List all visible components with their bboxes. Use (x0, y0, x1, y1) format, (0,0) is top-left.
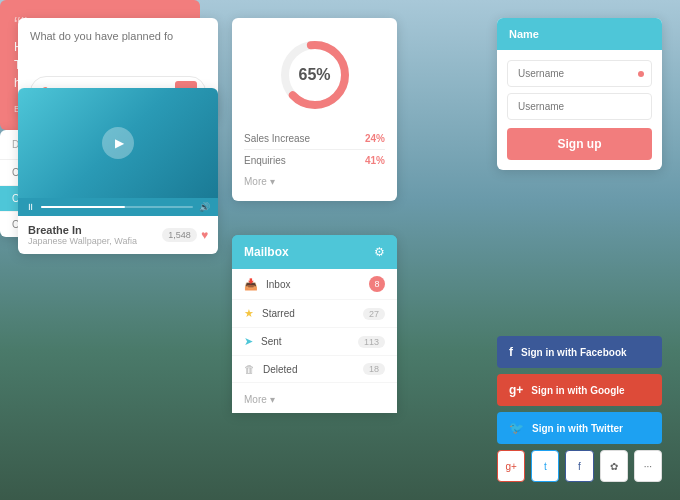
chart-area: 65% (244, 30, 385, 120)
mini-social-buttons: g+ t f ✿ ··· (497, 450, 662, 482)
inbox-icon: 📥 (244, 278, 258, 291)
star-icon: ★ (244, 307, 254, 320)
donut-label: 65% (298, 66, 330, 84)
mini-twitter-button[interactable]: t (531, 450, 559, 482)
sent-count: 113 (358, 336, 385, 348)
mail-item-inbox[interactable]: 📥 Inbox 8 (232, 269, 397, 300)
stat-val-enquiries: 41% (365, 155, 385, 166)
gear-icon[interactable]: ⚙ (374, 245, 385, 259)
twitter-label: Sign in with Twitter (532, 423, 623, 434)
video-meta: 1,548 ♥ (162, 228, 208, 242)
chart-more-link[interactable]: More ▾ (244, 176, 275, 187)
mailbox-more: More ▾ (232, 383, 397, 413)
post-input[interactable] (30, 30, 206, 66)
sent-icon: ➤ (244, 335, 253, 348)
progress-bar[interactable] (41, 206, 193, 208)
mailbox-body: 📥 Inbox 8 ★ Starred 27 ➤ Sent 113 (232, 269, 397, 383)
play-button[interactable] (102, 127, 134, 159)
google-icon: g+ (509, 383, 523, 397)
signup-name-bar: Name (497, 18, 662, 50)
mini-gplus-button[interactable]: g+ (497, 450, 525, 482)
video-card: ⏸ 🔊 Breathe In Japanese Wallpaper, Wafia… (18, 88, 218, 254)
signup-card: Name Sign up (497, 18, 662, 170)
required-dot (638, 71, 644, 77)
mailbox-card: Mailbox ⚙ 📥 Inbox 8 ★ Starred 27 ➤ (232, 235, 397, 413)
google-signin-button[interactable]: g+ Sign in with Google (497, 374, 662, 406)
mail-item-deleted[interactable]: 🗑 Deleted 18 (232, 356, 397, 383)
username-wrap (507, 60, 652, 87)
twitter-icon: 🐦 (509, 421, 524, 435)
starred-label: Starred (262, 308, 295, 319)
mini-facebook-button[interactable]: f (565, 450, 593, 482)
facebook-signin-button[interactable]: f Sign in with Facebook (497, 336, 662, 368)
stat-row: Sales Increase 24% (244, 128, 385, 150)
google-label: Sign in with Google (531, 385, 624, 396)
video-thumbnail (18, 88, 218, 198)
video-controls: ⏸ 🔊 (18, 198, 218, 216)
video-artist: Japanese Wallpaper, Wafia (28, 236, 137, 246)
video-title: Breathe In (28, 224, 137, 236)
sent-label: Sent (261, 336, 282, 347)
chart-stats: Sales Increase 24% Enquiries 41% (244, 128, 385, 171)
pause-icon[interactable]: ⏸ (26, 202, 35, 212)
password-wrap (507, 93, 652, 120)
mail-item-starred[interactable]: ★ Starred 27 (232, 300, 397, 328)
heart-icon[interactable]: ♥ (201, 228, 208, 242)
views-badge: 1,548 (162, 228, 197, 242)
social-login-card: f Sign in with Facebook g+ Sign in with … (497, 336, 662, 482)
mail-item-sent[interactable]: ➤ Sent 113 (232, 328, 397, 356)
video-info: Breathe In Japanese Wallpaper, Wafia 1,5… (18, 216, 218, 254)
username-input[interactable] (507, 60, 652, 87)
password-input[interactable] (507, 93, 652, 120)
stat-val-sales: 24% (365, 133, 385, 144)
mini-settings-button[interactable]: ✿ (600, 450, 628, 482)
stat-label-sales: Sales Increase (244, 133, 310, 144)
facebook-label: Sign in with Facebook (521, 347, 627, 358)
stat-row-enquiries: Enquiries 41% (244, 150, 385, 171)
volume-icon[interactable]: 🔊 (199, 202, 210, 212)
signup-body: Sign up (497, 50, 662, 170)
facebook-icon: f (509, 345, 513, 359)
mini-more-button[interactable]: ··· (634, 450, 662, 482)
stat-label-enquiries: Enquiries (244, 155, 286, 166)
deleted-label: Deleted (263, 364, 297, 375)
signup-button[interactable]: Sign up (507, 128, 652, 160)
chart-card: 65% Sales Increase 24% Enquiries 41% Mor… (232, 18, 397, 201)
deleted-count: 18 (363, 363, 385, 375)
trash-icon: 🗑 (244, 363, 255, 375)
progress-fill (41, 206, 125, 208)
mailbox-header: Mailbox ⚙ (232, 235, 397, 269)
twitter-signin-button[interactable]: 🐦 Sign in with Twitter (497, 412, 662, 444)
starred-count: 27 (363, 308, 385, 320)
mailbox-more-link[interactable]: More ▾ (244, 394, 275, 405)
mailbox-title: Mailbox (244, 245, 289, 259)
inbox-label: Inbox (266, 279, 290, 290)
inbox-count: 8 (369, 276, 385, 292)
